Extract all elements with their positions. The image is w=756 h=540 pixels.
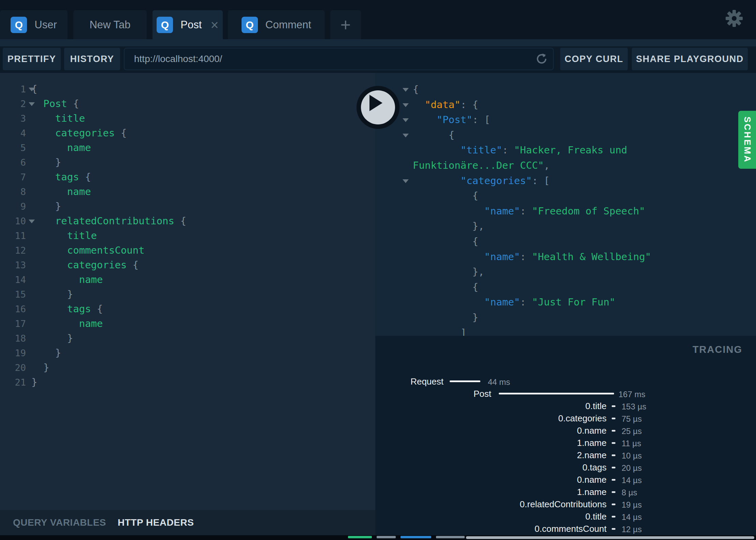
- fold-arrow-icon[interactable]: [403, 134, 409, 137]
- token-string: "Health & Wellbeing": [532, 251, 651, 262]
- line-number: 3: [0, 111, 26, 126]
- token-punct: {: [413, 190, 478, 201]
- close-tab-icon[interactable]: ×: [210, 18, 218, 32]
- response-lines: { "data": { "Post": [ { "title": "Hacker…: [375, 82, 756, 336]
- token-string: "Hacker, Freaks und: [514, 144, 627, 156]
- query-lines: 1{2 Post {3 title4 categories {5 name6 }…: [0, 82, 375, 390]
- token-punct: [31, 274, 79, 285]
- tracing-span-time: 14 µs: [622, 476, 642, 485]
- tab-new-tab[interactable]: New Tab: [73, 10, 147, 39]
- tab-post[interactable]: QPost×: [152, 10, 223, 39]
- tab-label: Comment: [265, 19, 311, 31]
- fold-arrow-icon[interactable]: [29, 88, 35, 91]
- query-code: name: [26, 274, 103, 285]
- token-field: commentsCount: [67, 244, 145, 256]
- token-punct: : {: [461, 99, 478, 110]
- fold-arrow-icon[interactable]: [403, 118, 409, 122]
- line-number: 7: [0, 170, 26, 184]
- query-line: 9 }: [0, 199, 375, 214]
- tracing-span-time: 12 µs: [622, 525, 642, 534]
- line-number: 12: [0, 243, 26, 258]
- execute-query-button[interactable]: [357, 86, 399, 129]
- bottom-tab-bar: QUERY VARIABLES HTTP HEADERS: [0, 510, 375, 535]
- token-punct: [31, 127, 55, 139]
- token-punct: }: [31, 362, 49, 373]
- query-code: categories {: [26, 259, 139, 271]
- tracing-row: 0.name14 µs: [375, 475, 756, 484]
- token-punct: :: [520, 296, 532, 308]
- prettify-button[interactable]: PRETTIFY: [3, 48, 61, 70]
- copy-curl-button[interactable]: COPY CURL: [560, 48, 628, 70]
- fold-arrow-icon[interactable]: [29, 102, 35, 106]
- token-punct: }: [31, 200, 61, 212]
- response-line: {: [375, 234, 756, 249]
- token-punct: [413, 114, 437, 125]
- token-string: Funktionäre...Der CCC": [413, 160, 544, 171]
- schema-sidebar-tab[interactable]: SCHEMA: [738, 111, 756, 169]
- new-tab-button[interactable]: +: [330, 10, 361, 39]
- tracing-duration-dash: [612, 418, 615, 419]
- query-variables-tab[interactable]: QUERY VARIABLES: [13, 517, 106, 528]
- response-line: }: [375, 310, 756, 325]
- line-number: 14: [0, 272, 26, 287]
- query-code: }: [26, 332, 73, 344]
- query-editor-pane[interactable]: 1{2 Post {3 title4 categories {5 name6 }…: [0, 73, 375, 510]
- token-string: "Just For Fun": [532, 296, 615, 308]
- response-line: "name": "Freedom of Speech": [375, 204, 756, 219]
- tracing-span-label: 0.name: [577, 475, 607, 484]
- tracing-span-time: 44 ms: [488, 377, 510, 387]
- query-line: 10 relatedContributions {: [0, 214, 375, 228]
- tracing-span-label: Post: [474, 389, 491, 399]
- token-field: name: [67, 142, 91, 153]
- fold-arrow-icon[interactable]: [403, 103, 409, 107]
- token-punct: {: [115, 127, 127, 139]
- fold-arrow-icon[interactable]: [403, 88, 409, 92]
- tracing-duration-dash: [612, 442, 615, 444]
- response-line: Funktionäre...Der CCC",: [375, 158, 756, 173]
- tab-label: User: [34, 19, 57, 31]
- token-punct: ]: [413, 327, 466, 336]
- endpoint-url-wrap: [124, 48, 554, 70]
- gear-icon: [725, 9, 744, 28]
- share-playground-button[interactable]: SHARE PLAYGROUND: [632, 48, 748, 70]
- token-field: Post: [43, 98, 67, 109]
- token-punct: },: [413, 266, 484, 278]
- response-line: "name": "Just For Fun": [375, 295, 756, 310]
- tracing-title: TRACING: [693, 344, 742, 355]
- settings-button[interactable]: [725, 9, 744, 28]
- horizontal-scrollbar[interactable]: [466, 536, 754, 539]
- token-rootkey: "data": [425, 99, 461, 110]
- token-punct: },: [413, 220, 484, 232]
- fold-arrow-icon[interactable]: [29, 220, 35, 223]
- query-line: 1{: [0, 82, 375, 96]
- tracing-row: Request44 ms: [375, 377, 756, 386]
- fold-arrow-icon[interactable]: [403, 179, 409, 183]
- tracing-row: 1.name11 µs: [375, 438, 756, 448]
- endpoint-url-input[interactable]: [124, 48, 554, 70]
- tracing-duration-dash: [612, 405, 615, 407]
- tracing-span-label: 1.name: [577, 438, 607, 448]
- query-badge: Q: [242, 17, 258, 33]
- token-punct: }: [31, 347, 61, 359]
- query-line: 7 tags {: [0, 170, 375, 184]
- tab-comment[interactable]: QComment: [228, 10, 325, 39]
- http-headers-tab[interactable]: HTTP HEADERS: [118, 517, 194, 528]
- line-number: 8: [0, 184, 26, 199]
- line-number: 17: [0, 316, 26, 331]
- query-line: 8 name: [0, 184, 375, 199]
- tracing-row: 0.tags20 µs: [375, 463, 756, 472]
- query-code: }: [26, 376, 37, 388]
- response-pane: { "data": { "Post": [ { "title": "Hacker…: [375, 73, 756, 336]
- play-icon: [369, 95, 382, 111]
- response-line: "categories": [: [375, 173, 756, 189]
- token-field: tags: [55, 171, 79, 183]
- token-punct: {: [79, 171, 91, 183]
- refresh-icon[interactable]: [535, 52, 548, 66]
- query-line: 21}: [0, 375, 375, 390]
- history-button[interactable]: HISTORY: [64, 48, 120, 70]
- token-key: "name": [484, 205, 520, 217]
- token-field: name: [79, 274, 103, 285]
- tab-user[interactable]: QUser: [0, 10, 68, 39]
- line-number: 6: [0, 155, 26, 170]
- token-punct: }: [31, 376, 37, 388]
